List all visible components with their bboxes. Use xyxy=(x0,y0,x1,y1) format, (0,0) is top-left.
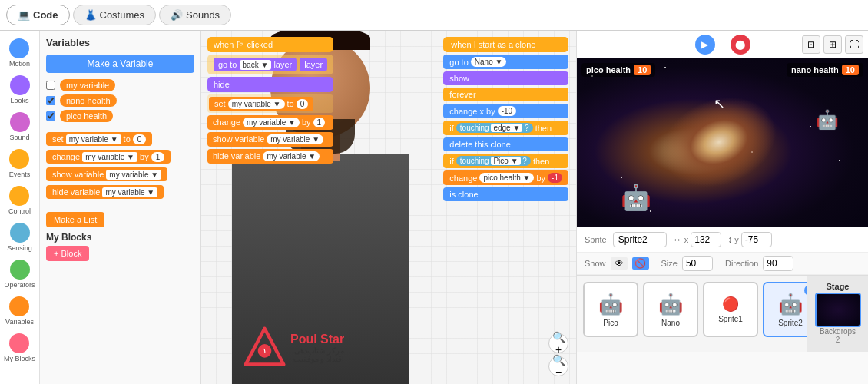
tab-code[interactable]: 💻 Code xyxy=(6,5,70,25)
forever-block[interactable]: forever xyxy=(443,88,568,101)
change-val[interactable]: 1 xyxy=(151,152,165,162)
change-x-block[interactable]: change x by -10 xyxy=(443,104,568,118)
large-stage-button[interactable]: ⊞ xyxy=(823,35,842,54)
when-clicked-block[interactable]: when 🏳 clicked xyxy=(207,37,333,52)
direction-label: Direction xyxy=(725,259,758,268)
blocks-panel: Variables Make a Variable my variable na… xyxy=(40,31,201,384)
var-pill-picohealth: pico health xyxy=(60,110,113,122)
change-dropdown[interactable]: my variable ▼ xyxy=(82,152,137,162)
hide-variable-block-code[interactable]: hide variable my variable ▼ xyxy=(207,149,333,164)
set-dropdown[interactable]: my variable ▼ xyxy=(66,134,121,144)
sprite-card-pico[interactable]: 🤖 Pico xyxy=(583,282,638,337)
hide-var-dropdown[interactable]: my variable ▼ xyxy=(102,187,157,197)
change-block[interactable]: change my variable ▼ by 1 xyxy=(46,150,171,164)
pico-dropdown[interactable]: Pico ▼ xyxy=(491,157,520,165)
sprite1-name: Sprite1 xyxy=(718,315,743,323)
nano-sprite-scene: 🤖 xyxy=(816,109,839,131)
set-var-dropdown[interactable]: my variable ▼ xyxy=(228,99,285,109)
goto-nano-block[interactable]: go to Nano ▼ xyxy=(443,55,568,69)
fullscreen-button[interactable]: ⛶ xyxy=(845,35,863,54)
touching-edge-pill[interactable]: touching edge ▼ ? xyxy=(456,123,533,133)
delete-clone-block[interactable]: delete this clone xyxy=(443,137,568,151)
var-checkbox-picohealth[interactable] xyxy=(46,111,55,121)
sidebar-item-motion[interactable]: Motion xyxy=(8,35,31,71)
set-block-row: set my variable ▼ to 0 xyxy=(46,132,194,146)
stage-label: Stage xyxy=(827,282,850,291)
sidebar-item-control[interactable]: Control xyxy=(7,183,32,218)
hide-block[interactable]: hide xyxy=(207,77,333,92)
set-to-val[interactable]: 0 xyxy=(297,99,309,109)
make-list-button[interactable]: Make a List xyxy=(46,212,104,227)
sprite-card-sprite2[interactable]: 🗑 🤖 Sprite2 xyxy=(763,282,807,337)
events-dot xyxy=(9,149,29,169)
sidebar-item-events[interactable]: Events xyxy=(8,146,32,181)
change-var-dropdown[interactable]: my variable ▼ xyxy=(243,118,300,127)
hide-variable-block[interactable]: hide variable my variable ▼ xyxy=(46,185,164,199)
play-button[interactable]: ▶ xyxy=(695,35,715,55)
cursor-indicator: ↖ xyxy=(714,95,725,112)
sidebar-item-myblocks[interactable]: My Blocks xyxy=(2,330,37,366)
sensing-dot xyxy=(10,223,30,243)
sidebar-item-operators[interactable]: Operators xyxy=(2,257,36,292)
zoom-in-button[interactable]: 🔍+ xyxy=(548,333,568,353)
logo-brand: Poul Star xyxy=(290,333,344,346)
if-touching-pico-block[interactable]: if touching Pico ▼ ? then xyxy=(443,154,568,168)
x-label: x xyxy=(684,235,689,244)
make-variable-button[interactable]: Make a Variable xyxy=(46,55,194,73)
pico-health-val[interactable]: -1 xyxy=(548,173,562,183)
direction-input[interactable] xyxy=(763,256,793,271)
sprite-label: Sprite xyxy=(585,235,607,244)
show-visible-button[interactable]: 👁 xyxy=(611,257,628,270)
pico-health-dropdown[interactable]: pico health ▼ xyxy=(479,173,534,183)
nano-dropdown[interactable]: Nano ▼ xyxy=(471,57,507,67)
edge-dropdown[interactable]: edge ▼ xyxy=(491,124,522,132)
set-block[interactable]: set my variable ▼ to 0 xyxy=(46,132,152,146)
change-x-val[interactable]: -10 xyxy=(498,106,516,116)
tab-sounds[interactable]: 🔊 Sounds xyxy=(159,5,231,25)
var-item-myvariable: my variable xyxy=(46,79,194,91)
sprite-card-nano[interactable]: 🤖 Nano xyxy=(643,282,698,337)
var-pill-nanohealth: nano health xyxy=(60,94,117,107)
size-input[interactable] xyxy=(682,256,713,271)
zoom-out-button[interactable]: 🔍− xyxy=(548,356,568,376)
var-checkbox-nanohealth[interactable] xyxy=(46,96,55,105)
change-pico-health-block[interactable]: change pico health ▼ by -1 xyxy=(443,170,568,185)
tab-costumes[interactable]: 👗 Costumes xyxy=(73,5,157,25)
x-input[interactable] xyxy=(691,232,721,247)
sidebar-item-sound[interactable]: Sound xyxy=(8,109,31,144)
when-clone-block[interactable]: when I start as a clone xyxy=(443,37,568,52)
show-variable-block-code[interactable]: show variable my variable ▼ xyxy=(207,132,333,147)
stop-button[interactable]: ⬤ xyxy=(731,35,750,55)
hide-var-dropdown-code[interactable]: my variable ▼ xyxy=(263,151,320,161)
sprite-name-input[interactable] xyxy=(613,232,667,247)
sidebar-item-variables[interactable]: Variables xyxy=(4,293,35,329)
sprite-card-sprite1[interactable]: 🔴 Sprite1 xyxy=(703,282,758,337)
sidebar-item-looks[interactable]: Looks xyxy=(8,72,31,108)
back-dropdown[interactable]: back ▼ xyxy=(240,60,272,70)
sprite2-delete-button[interactable]: 🗑 xyxy=(804,285,807,296)
show-variable-block[interactable]: show variable my variable ▼ xyxy=(46,167,167,181)
touching-pico-pill[interactable]: touching Pico ▼ ? xyxy=(456,156,531,166)
if-touching-edge-block[interactable]: if touching edge ▼ ? then xyxy=(443,121,568,135)
stage-view-icons: ⊡ ⊞ ⛶ xyxy=(802,35,863,54)
show-var-dropdown[interactable]: my variable ▼ xyxy=(106,170,161,180)
set-myvariable-block[interactable]: set my variable ▼ to 0 xyxy=(209,97,313,111)
change-myvariable-block[interactable]: change my variable ▼ by 1 xyxy=(207,115,333,130)
motion-dot xyxy=(9,38,29,58)
change-by-val[interactable]: 1 xyxy=(313,118,326,127)
show-hidden-button[interactable]: 🚫 xyxy=(632,257,649,270)
is-clone-block[interactable]: is clone xyxy=(443,187,568,201)
show-var-dropdown-code[interactable]: my variable ▼ xyxy=(267,134,323,144)
set-val[interactable]: 0 xyxy=(133,134,147,144)
layer-dropdown[interactable]: layer xyxy=(300,58,327,71)
panel-title: Variables xyxy=(46,37,194,48)
small-stage-button[interactable]: ⊡ xyxy=(802,35,820,54)
show-size-direction-row: Show 👁 🚫 Size Direction xyxy=(577,253,868,275)
sidebar-item-sensing[interactable]: Sensing xyxy=(5,220,34,255)
var-checkbox-myvariable[interactable] xyxy=(46,81,55,90)
stage-thumbnail[interactable] xyxy=(815,293,861,327)
goto-back-block[interactable]: go to back ▼ layer xyxy=(214,58,297,71)
show-block-right[interactable]: show xyxy=(443,71,568,85)
make-block-button[interactable]: + Block xyxy=(46,246,89,261)
y-input[interactable] xyxy=(741,232,772,247)
